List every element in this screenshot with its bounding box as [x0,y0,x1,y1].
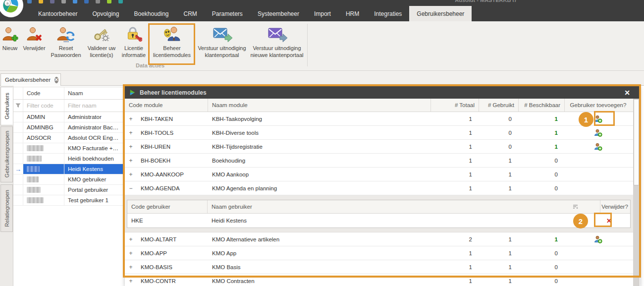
module-naam-cell: KMO Contracten [208,278,431,284]
gebruikt-header[interactable]: # Gebruikt [479,99,519,112]
expand-toggle-icon[interactable]: + [125,250,137,257]
menu-tab-parameters[interactable]: Parameters [205,6,250,21]
menu-tab-systeembeheer[interactable]: Systeembeheer [250,6,307,21]
expand-toggle-icon[interactable]: + [125,236,137,243]
module-beschikbaar-cell: 0 [519,172,565,177]
menu-tab-hrm[interactable]: HRM [338,6,367,21]
module-user-row[interactable]: HKEHeidi Kestens✕ [127,214,630,228]
license-module-row[interactable]: +KBH-TAKENKBH-Taakopvolging101 [125,112,633,126]
quick-access-toolbar[interactable] [27,0,156,3]
qat-icon-8[interactable] [107,0,111,3]
filter-code-input[interactable] [27,103,60,109]
license-module-row[interactable]: +KMO-CONTRKMO Contracten110 [125,274,633,286]
expand-toggle-icon[interactable]: + [125,157,137,164]
filter-naam-input[interactable] [68,103,119,109]
menu-tab-boekhouding[interactable]: Boekhouding [126,6,176,21]
add-user-icon[interactable] [594,129,602,137]
module-naam-cell: KMO App [208,250,431,256]
qat-icon-1[interactable] [27,0,32,3]
side-tab-gebruikersgroepen[interactable]: Gebruikersgroepen [0,126,13,182]
ribbon-button-verwijder[interactable]: Verwijder [20,23,49,71]
ribbon-button-reset[interactable]: ....Reset Paswoorden [49,23,83,71]
user-naam-cell: Heidi boekhouden [64,154,123,164]
license-module-row[interactable]: −KMO-AGENDAKMO Agenda en planning110 [125,181,633,195]
license-module-row[interactable]: +KMO-BASISKMO Basis110 [125,260,633,274]
license-module-row[interactable]: +KMO-AANKOOPKMO Aankoop110 [125,168,633,181]
ribbon-button-label: Valideer uw licentie(s) [88,45,116,59]
module-totaal-cell: 2 [431,236,479,242]
qat-icon-2[interactable] [39,0,43,3]
qat-icon-5[interactable] [73,0,77,3]
license-module-row[interactable]: +KMO-APPKMO App110 [125,246,633,260]
mail-send-icon [212,24,232,44]
gebruiker-toevoegen-header[interactable]: Gebruiker toevoegen? [565,99,632,112]
user-row[interactable]: KMO gebruiker [13,174,123,185]
row-indicator [13,154,23,164]
collapse-toggle-icon[interactable]: − [125,185,137,192]
module-beschikbaar-cell: 0 [519,185,565,191]
ribbon-button-verstuur-uitnodiging[interactable]: Verstuur uitnodiging klantenportaal [196,23,248,71]
gebruiker-code-header[interactable]: Code gebruiker [127,200,208,213]
scrollbar-thumb[interactable] [634,99,639,185]
delete-user-icon[interactable]: ✕ [606,217,612,225]
naam-module-header[interactable]: Naam module [208,99,431,112]
menu-tab-gebruikersbeheer[interactable]: Gebruikersbeheer [409,6,472,21]
user-row[interactable]: ADMINBGAdministrator Backgr... [13,122,123,133]
verwijder-header[interactable]: Verwijder? [600,200,629,213]
license-module-row[interactable]: +BH-BOEKHBoekhouding110 [125,154,633,168]
code-column-header[interactable]: Code [23,87,64,99]
menu-tab-integraties[interactable]: Integraties [367,6,409,21]
qat-icon-7[interactable] [96,0,100,3]
qat-icon-3[interactable] [50,0,54,3]
user-row[interactable]: Test gebruiker 1 [13,195,123,206]
menu-tab-crm[interactable]: CRM [176,6,205,21]
side-tab-gebruikers[interactable]: Gebruikers [0,87,13,125]
user-naam-cell: Administrator [64,112,123,122]
ribbon-button-nieuw[interactable]: Nieuw [0,23,20,71]
menu-tab-opvolging[interactable]: Opvolging [85,6,126,21]
user-row[interactable]: Portal gebruiker [13,185,123,195]
ribbon-button-verstuur-uitnodiging[interactable]: Verstuur uitnodiging nieuwe klantenporta… [248,23,306,71]
user-add-icon [1,24,18,44]
user-row[interactable]: KMO Facturatie + Bo... [13,143,123,154]
side-tab-strip: GebruikersGebruikersgroepenRelatiegroepe… [0,86,13,286]
beschikbaar-header[interactable]: # Beschikbaar [519,99,565,112]
side-tab-relatiegroepen[interactable]: Relatiegroepen [0,184,13,232]
redacted-code [27,197,44,203]
user-row[interactable]: ADSOCRAdsolut OCR Engine [13,133,123,143]
license-module-row[interactable]: +KBH-URENKBH-Tijdsregistratie101 [125,140,633,154]
filter-funnel-icon[interactable] [13,100,23,112]
user-code-cell: ADSOCR [23,133,64,143]
code-module-header[interactable]: Code module [125,99,208,112]
menu-tab-kantoorbeheer[interactable]: Kantoorbeheer [31,6,85,21]
user-row[interactable]: ADMINAdministrator [13,112,123,122]
ribbon-button-valideer-uw[interactable]: Valideer uw licentie(s) [83,23,120,71]
qat-icon-4[interactable] [61,0,66,3]
user-row[interactable]: →Heidi Kestens [13,164,123,174]
user-row[interactable]: Heidi boekhouden [13,154,123,164]
add-user-icon[interactable] [594,143,602,151]
document-tab-gebruikersbeheer[interactable]: Gebruikersbeheer ✕ [0,73,61,86]
expand-toggle-icon[interactable]: + [125,264,137,271]
license-module-row[interactable]: +KMO-ALTARTKMO Alternatieve artikelen211 [125,232,633,246]
license-module-row[interactable]: +KBH-TOOLSKBH-Diverse tools101 [125,126,633,140]
gebruiker-naam-header[interactable]: Naam gebruiker [208,200,600,213]
expand-toggle-icon[interactable]: + [125,115,137,122]
expand-toggle-icon[interactable]: + [125,143,137,150]
totaal-header[interactable]: # Totaal [431,99,479,112]
expand-toggle-icon[interactable]: + [125,171,137,178]
naam-column-header[interactable]: Naam [64,87,123,99]
menu-tab-import[interactable]: Import [307,6,338,21]
add-user-icon[interactable] [594,115,602,123]
close-icon[interactable]: ✕ [54,77,58,83]
expand-toggle-icon[interactable]: + [125,129,137,136]
user-code-cell: ADMIN [23,112,64,122]
add-user-icon[interactable] [594,235,602,243]
gebruiker-naam-cell: Heidi Kestens [208,218,600,224]
expand-toggle-icon[interactable]: + [125,278,137,285]
qat-icon-6[interactable] [84,0,89,3]
dialog-scrollbar[interactable] [633,99,640,286]
qat-icon-9[interactable] [118,0,123,3]
dialog-title-bar[interactable]: Beheer licentiemodules ✕ [125,86,640,99]
dialog-close-icon[interactable]: ✕ [624,89,630,97]
